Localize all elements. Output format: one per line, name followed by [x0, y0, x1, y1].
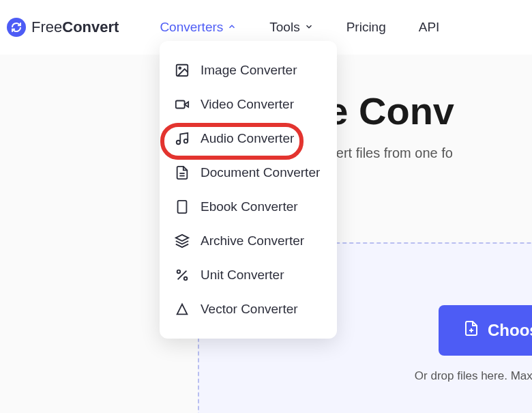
svg-line-13 — [178, 271, 187, 280]
document-icon — [175, 165, 190, 180]
dropdown-label: Image Converter — [201, 63, 297, 78]
choose-files-button[interactable]: Choose File — [439, 305, 532, 356]
logo[interactable]: FreeConvert — [7, 18, 119, 37]
choose-files-label: Choose File — [488, 321, 532, 340]
svg-point-15 — [184, 277, 188, 281]
nav-api[interactable]: API — [419, 20, 440, 35]
logo-icon — [7, 18, 26, 37]
dropdown-label: Ebook Converter — [201, 199, 298, 214]
logo-text: FreeConvert — [31, 18, 119, 36]
svg-point-6 — [177, 141, 181, 145]
nav-converters[interactable]: Converters — [160, 20, 237, 35]
unit-icon — [175, 268, 190, 283]
chevron-up-icon — [227, 20, 237, 35]
file-add-icon — [463, 320, 479, 341]
vector-icon — [175, 302, 190, 317]
nav-tools-label: Tools — [269, 20, 299, 35]
nav-api-label: API — [419, 20, 440, 35]
nav-pricing[interactable]: Pricing — [346, 20, 386, 35]
dropdown-item-ebook[interactable]: Ebook Converter — [160, 190, 337, 224]
dropdown-item-vector[interactable]: Vector Converter — [160, 292, 337, 326]
svg-point-7 — [184, 139, 188, 143]
image-icon — [175, 63, 190, 78]
nav-tools[interactable]: Tools — [269, 20, 313, 35]
archive-icon — [175, 233, 190, 248]
audio-icon — [175, 131, 190, 146]
ebook-icon — [175, 199, 190, 214]
dropdown-label: Document Converter — [201, 165, 320, 180]
dropdown-item-archive[interactable]: Archive Converter — [160, 224, 337, 258]
nav-converters-label: Converters — [160, 20, 223, 35]
svg-point-3 — [179, 67, 181, 69]
dropdown-label: Video Converter — [201, 97, 294, 112]
dropdown-label: Audio Converter — [201, 131, 294, 146]
chevron-down-icon — [304, 20, 314, 35]
nav-pricing-label: Pricing — [346, 20, 386, 35]
svg-rect-4 — [176, 101, 185, 109]
dropdown-item-document[interactable]: Document Converter — [160, 156, 337, 190]
dropdown-label: Archive Converter — [201, 233, 304, 248]
dropdown-item-video[interactable]: Video Converter — [160, 87, 337, 122]
nav: Converters Tools Pricing API — [160, 20, 439, 35]
dropdown-label: Vector Converter — [201, 302, 298, 317]
svg-point-14 — [177, 270, 181, 274]
video-icon — [175, 97, 190, 112]
dropdown-item-audio[interactable]: Audio Converter — [160, 122, 337, 156]
svg-marker-12 — [176, 235, 188, 241]
drop-hint: Or drop files here. Max file size — [322, 369, 532, 383]
dropdown-item-image[interactable]: Image Converter — [160, 53, 337, 87]
dropdown-item-unit[interactable]: Unit Converter — [160, 258, 337, 292]
svg-marker-16 — [177, 304, 188, 315]
converters-dropdown: Image Converter Video Converter Audio Co… — [160, 41, 337, 339]
dropdown-label: Unit Converter — [201, 268, 284, 283]
svg-rect-10 — [178, 201, 187, 213]
